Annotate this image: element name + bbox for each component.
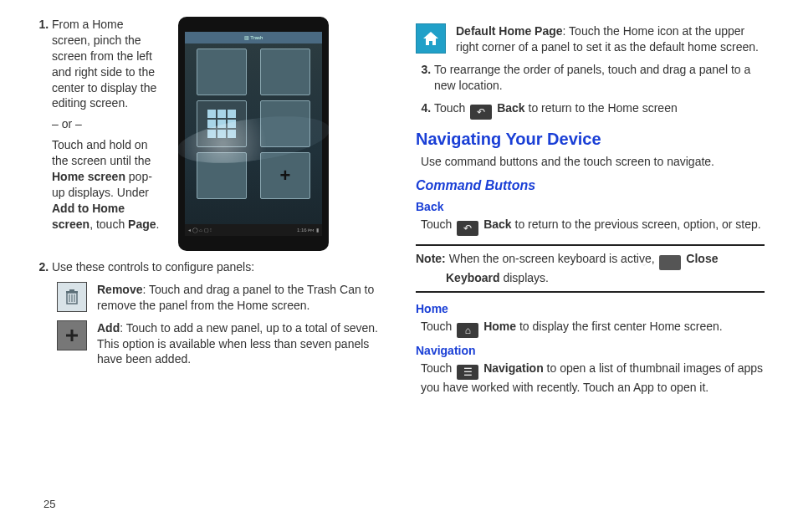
- navigation-desc: Touch ☰ Navigation to open a list of thu…: [421, 361, 765, 396]
- back-icon: ↶: [470, 105, 492, 120]
- t: Touch and hold on the screen until the: [52, 138, 151, 167]
- step-3: To rearrange the order of panels, touch …: [434, 62, 765, 94]
- default-home-desc: Default Home Page: Touch the Home icon a…: [456, 23, 765, 55]
- step-1: From a Home screen, pinch the screen fro…: [52, 17, 163, 233]
- home-desc: Touch ⌂ Home to display the first center…: [421, 319, 765, 338]
- step-2: Use these controls to configure panels:: [52, 259, 382, 275]
- t: Touch: [421, 320, 455, 333]
- step-4: Touch ↶ Back to return to the Home scree…: [434, 100, 765, 120]
- tablet-body: [185, 43, 322, 224]
- b: Home: [483, 320, 516, 333]
- t: to return to the Home screen: [525, 101, 678, 115]
- svg-rect-4: [66, 291, 78, 293]
- t: displays.: [500, 271, 549, 284]
- note-block: Note: When the on-screen keyboard is act…: [416, 244, 765, 293]
- heading-home: Home: [416, 301, 765, 317]
- add-row: Add: Touch to add a new panel, up to a t…: [57, 320, 382, 368]
- step1-or: – or –: [52, 116, 163, 132]
- t: Touch: [434, 101, 468, 115]
- b: Default Home Page: [456, 24, 563, 38]
- b: Back: [497, 101, 524, 115]
- footer-left: ◂ ◯ ⌂ ▢ ⁝: [188, 227, 212, 233]
- tablet-footer: ◂ ◯ ⌂ ▢ ⁝ 1:16 ᴘᴍ ▮: [185, 224, 322, 236]
- panel-add: [260, 152, 310, 199]
- t: Touch: [421, 217, 455, 231]
- remove-desc: Remove: Touch and drag a panel to the Tr…: [97, 282, 382, 314]
- back-icon: ↶: [457, 221, 478, 236]
- panel-thumb-selected: [197, 100, 247, 147]
- nav-intro: Use command buttons and the touch screen…: [421, 154, 765, 170]
- b: Page: [128, 217, 156, 231]
- b: Remove: [97, 283, 142, 296]
- svg-rect-7: [66, 334, 78, 336]
- b: Home screen: [52, 170, 125, 183]
- panel-thumb: [260, 49, 310, 95]
- recent-apps-icon: ☰: [457, 365, 478, 380]
- plus-icon: [57, 320, 87, 350]
- trash-icon: [57, 282, 87, 312]
- heading-navigating: Navigating Your Device: [416, 128, 765, 151]
- heading-navigation: Navigation: [416, 343, 765, 359]
- t: Touch: [421, 361, 455, 375]
- b: Navigation: [483, 361, 544, 375]
- panel-thumb: [197, 49, 247, 95]
- t: , touch: [90, 217, 128, 231]
- t: : Touch to add a new panel, up to a tota…: [97, 321, 378, 366]
- svg-rect-5: [69, 289, 74, 291]
- heading-back: Back: [416, 199, 765, 215]
- svg-marker-8: [423, 32, 438, 45]
- t: .: [156, 217, 160, 231]
- footer-right: 1:16 ᴘᴍ ▮: [297, 227, 319, 233]
- t: to display the first center Home screen.: [516, 320, 723, 333]
- heading-command-buttons: Command Buttons: [416, 176, 765, 195]
- home-icon: [416, 23, 446, 54]
- keyboard-down-icon: ⌄: [659, 255, 681, 270]
- panel-thumb: [197, 152, 247, 199]
- t: to return to the previous screen, option…: [512, 217, 761, 231]
- tablet-header: ▥ Trash: [185, 32, 322, 43]
- page-number: 25: [43, 497, 55, 512]
- b: Add: [97, 321, 120, 335]
- panel-thumb: [260, 100, 310, 147]
- t: When the on-screen keyboard is active,: [446, 252, 658, 265]
- note-label: Note:: [416, 252, 446, 265]
- home-icon: ⌂: [457, 323, 478, 338]
- add-desc: Add: Touch to add a new panel, up to a t…: [97, 320, 382, 368]
- tablet-screenshot: ▥ Trash: [178, 17, 329, 251]
- default-home-row: Default Home Page: Touch the Home icon a…: [416, 23, 765, 55]
- b: Back: [483, 217, 511, 231]
- step1-text-a: From a Home screen, pinch the screen fro…: [52, 18, 156, 110]
- back-desc: Touch ↶ Back to return to the previous s…: [421, 217, 765, 236]
- remove-row: Remove: Touch and drag a panel to the Tr…: [57, 282, 382, 314]
- step1-alt: Touch and hold on the screen until the H…: [52, 137, 163, 232]
